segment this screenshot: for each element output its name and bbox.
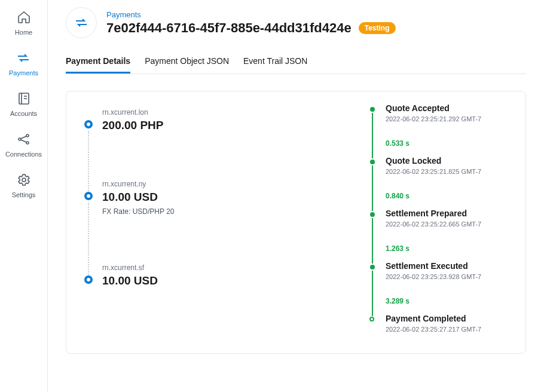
timeline-event-title: Settlement Prepared [386, 209, 514, 218]
timeline-connector-line [372, 228, 373, 264]
chain-hop: rn.xcurrent.lon 200.00 PHP [84, 108, 346, 180]
breadcrumb[interactable]: Payments [106, 10, 396, 19]
nav-label: Settings [12, 191, 36, 198]
timeline-event-title: Quote Accepted [386, 103, 514, 113]
main-content: Payments 7e02f444-6716-45f7-885e-44dd31f… [48, 0, 544, 392]
timeline-connector-line [372, 280, 373, 316]
nav-label: Accounts [10, 110, 37, 117]
transfer-icon [16, 50, 31, 66]
timeline-event: Settlement Executed 2022-06-02 23:25:23.… [370, 261, 514, 289]
event-timeline: Quote Accepted 2022-06-02 23:25:21.292 G… [364, 91, 525, 353]
hop-amount: 10.00 USD [102, 274, 346, 287]
timeline-event-time: 2022-06-02 23:25:22.665 GMT-7 [386, 220, 514, 228]
timeline-duration-value: 0.533 s [386, 139, 409, 148]
svg-point-2 [26, 134, 29, 137]
gear-icon [16, 172, 32, 188]
page-title: 7e02f444-6716-45f7-885e-44dd31fd424e [106, 20, 352, 36]
nav-label: Payments [9, 69, 38, 76]
nav-label: Home [15, 29, 32, 36]
timeline-dot-open-icon [369, 317, 374, 321]
timeline-duration: 3.289 s [370, 289, 514, 314]
timeline-duration: 1.263 s [370, 236, 514, 261]
timeline-event: Settlement Prepared 2022-06-02 23:25:22.… [370, 209, 514, 236]
timeline-duration-value: 3.289 s [386, 297, 409, 305]
nav-home[interactable]: Home [15, 10, 32, 36]
tab-event-trail-json[interactable]: Event Trail JSON [243, 50, 307, 74]
timeline-event: Payment Completed 2022-06-02 23:25:27.21… [370, 314, 514, 341]
tab-payment-object-json[interactable]: Payment Object JSON [145, 50, 229, 74]
svg-point-4 [22, 178, 26, 182]
timeline-event-title: Payment Completed [386, 314, 514, 323]
timeline-dot-icon [370, 265, 375, 270]
payment-chain: rn.xcurrent.lon 200.00 PHP rn.xcurrent.n… [66, 91, 364, 353]
timeline-event-time: 2022-06-02 23:25:23.928 GMT-7 [386, 273, 514, 280]
hop-node-label: rn.xcurrent.lon [102, 108, 346, 117]
tab-payment-details[interactable]: Payment Details [66, 50, 130, 74]
status-badge: Testing [359, 22, 396, 34]
timeline-event-title: Quote Locked [386, 156, 514, 166]
timeline-dot-icon [370, 212, 375, 217]
hop-node-label: rn.xcurrent.sf [102, 264, 346, 272]
svg-point-1 [19, 138, 21, 140]
nav-connections[interactable]: Connections [5, 131, 42, 158]
timeline-event: Quote Accepted 2022-06-02 23:25:21.292 G… [370, 103, 514, 131]
timeline-dot-icon [370, 107, 375, 112]
hop-fx-rate: FX Rate: USD/PHP 20 [102, 207, 346, 216]
timeline-event-time: 2022-06-02 23:25:27.217 GMT-7 [386, 326, 514, 333]
chain-hop: rn.xcurrent.sf 10.00 USD [84, 264, 346, 287]
chain-hop: rn.xcurrent.ny 10.00 USD FX Rate: USD/PH… [84, 180, 346, 264]
details-card: rn.xcurrent.lon 200.00 PHP rn.xcurrent.n… [66, 91, 526, 354]
nav-accounts[interactable]: Accounts [10, 91, 37, 117]
timeline-event-time: 2022-06-02 23:25:21.292 GMT-7 [386, 115, 514, 122]
timeline-dot-icon [370, 160, 375, 164]
nav-label: Connections [5, 151, 42, 158]
timeline-duration: 0.840 s [370, 183, 514, 209]
timeline-connector-line [372, 175, 373, 211]
svg-point-3 [26, 142, 29, 144]
timeline-event: Quote Locked 2022-06-02 23:25:21.825 GMT… [370, 156, 514, 183]
hop-dot-icon [84, 192, 93, 200]
timeline-duration-value: 1.263 s [386, 244, 409, 253]
tabs: Payment Details Payment Object JSON Even… [66, 50, 526, 74]
hop-dot-icon [84, 120, 93, 128]
sidebar: Home Payments Accounts Connections Setti [0, 0, 48, 392]
hop-amount: 10.00 USD [102, 191, 346, 204]
timeline-event-title: Settlement Executed [386, 261, 514, 271]
hop-node-label: rn.xcurrent.ny [102, 180, 346, 188]
hop-dot-icon [84, 275, 93, 284]
timeline-duration-value: 0.840 s [386, 192, 409, 200]
home-icon [16, 10, 32, 25]
timeline-duration: 0.533 s [370, 131, 514, 156]
nav-settings[interactable]: Settings [12, 172, 36, 198]
timeline-connector-line [372, 122, 373, 158]
timeline-event-time: 2022-06-02 23:25:21.825 GMT-7 [386, 168, 514, 175]
transfer-icon [66, 7, 97, 38]
hop-connector-line [88, 203, 89, 277]
nav-payments[interactable]: Payments [9, 50, 38, 76]
hop-connector-line [88, 131, 89, 193]
network-icon [16, 131, 32, 147]
book-icon [16, 91, 32, 106]
hop-amount: 200.00 PHP [102, 119, 346, 132]
page-header: Payments 7e02f444-6716-45f7-885e-44dd31f… [66, 7, 526, 50]
